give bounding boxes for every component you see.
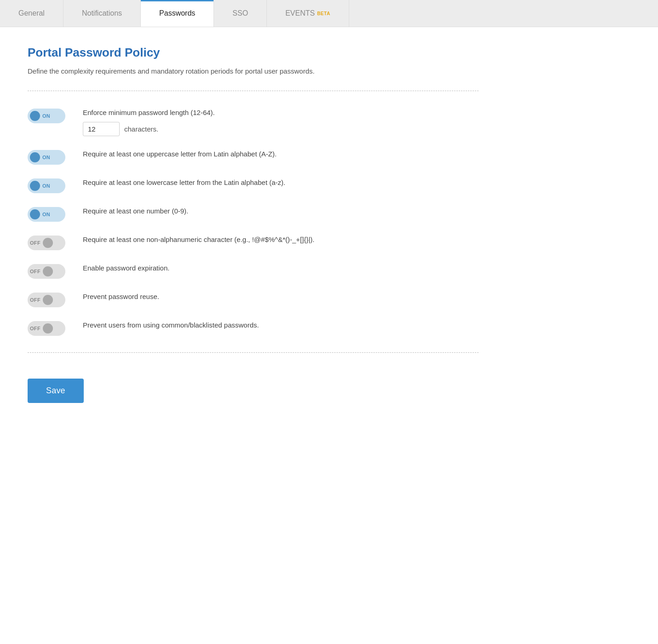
toggle-circle-number: [30, 209, 40, 219]
setting-row-lowercase: ONRequire at least one lowercase letter …: [28, 178, 479, 193]
toggle-label-lowercase: ON: [42, 183, 50, 189]
toggle-col-lowercase: ON: [28, 178, 69, 193]
section-title: Portal Password Policy: [28, 46, 479, 60]
toggle-reuse[interactable]: OFF: [28, 293, 65, 307]
toggle-col-number: ON: [28, 207, 69, 222]
tab-label-passwords: Passwords: [159, 9, 195, 17]
settings-list: ONEnforce minimum password length (12-64…: [28, 108, 479, 336]
tab-passwords[interactable]: Passwords: [141, 0, 214, 27]
setting-label-special-char: Require at least one non-alphanumeric ch…: [83, 235, 479, 244]
toggle-col-reuse: OFF: [28, 293, 69, 307]
toggle-circle-uppercase: [30, 152, 40, 162]
toggle-circle-min-length: [30, 111, 40, 121]
setting-content-expiration: Enable password expiration.: [83, 263, 479, 273]
setting-row-expiration: OFFEnable password expiration.: [28, 263, 479, 279]
setting-row-reuse: OFFPrevent password reuse.: [28, 292, 479, 307]
setting-label-number: Require at least one number (0-9).: [83, 206, 479, 216]
tab-general[interactable]: General: [0, 0, 63, 27]
setting-content-blacklist: Prevent users from using common/blacklis…: [83, 320, 479, 330]
toggle-circle-special-char: [43, 238, 53, 248]
char-input-min-length[interactable]: [83, 122, 120, 136]
setting-content-special-char: Require at least one non-alphanumeric ch…: [83, 235, 479, 244]
toggle-label-number: ON: [42, 212, 50, 217]
toggle-circle-blacklist: [43, 323, 53, 334]
toggle-circle-expiration: [43, 266, 53, 276]
toggle-min-length[interactable]: ON: [28, 109, 65, 123]
char-suffix-min-length: characters.: [124, 125, 158, 133]
setting-label-blacklist: Prevent users from using common/blacklis…: [83, 320, 479, 330]
toggle-label-reuse: OFF: [30, 297, 40, 303]
toggle-expiration[interactable]: OFF: [28, 264, 65, 279]
toggle-uppercase[interactable]: ON: [28, 150, 65, 165]
toggle-label-special-char: OFF: [30, 240, 40, 246]
toggle-col-uppercase: ON: [28, 150, 69, 165]
tab-bar: GeneralNotificationsPasswordsSSOEVENTSBE…: [0, 0, 658, 27]
bottom-divider: [28, 352, 479, 353]
section-description: Define the complexity requirements and m…: [28, 66, 419, 77]
tab-label-general: General: [18, 9, 45, 17]
setting-content-uppercase: Require at least one uppercase letter fr…: [83, 149, 479, 159]
toggle-col-special-char: OFF: [28, 236, 69, 250]
toggle-col-expiration: OFF: [28, 264, 69, 279]
setting-label-reuse: Prevent password reuse.: [83, 292, 479, 301]
beta-badge-events: BETA: [317, 11, 330, 16]
setting-label-uppercase: Require at least one uppercase letter fr…: [83, 149, 479, 159]
save-button[interactable]: Save: [28, 379, 84, 403]
tab-label-events: EVENTS: [285, 9, 315, 17]
top-divider: [28, 91, 479, 91]
toggle-circle-lowercase: [30, 181, 40, 191]
setting-content-number: Require at least one number (0-9).: [83, 206, 479, 216]
toggle-label-uppercase: ON: [42, 155, 50, 160]
toggle-special-char[interactable]: OFF: [28, 236, 65, 250]
setting-content-lowercase: Require at least one lowercase letter fr…: [83, 178, 479, 187]
save-section: Save: [28, 369, 479, 403]
content-area: Portal Password Policy Define the comple…: [0, 27, 506, 431]
tab-events[interactable]: EVENTSBETA: [267, 0, 349, 27]
page-wrapper: GeneralNotificationsPasswordsSSOEVENTSBE…: [0, 0, 658, 644]
setting-content-min-length: Enforce minimum password length (12-64).…: [83, 108, 479, 136]
setting-label-lowercase: Require at least one lowercase letter fr…: [83, 178, 479, 187]
setting-label-min-length: Enforce minimum password length (12-64).: [83, 108, 479, 117]
toggle-col-blacklist: OFF: [28, 321, 69, 336]
toggle-label-min-length: ON: [42, 113, 50, 119]
setting-row-number: ONRequire at least one number (0-9).: [28, 206, 479, 222]
tab-label-notifications: Notifications: [82, 9, 122, 17]
tab-sso[interactable]: SSO: [214, 0, 267, 27]
toggle-col-min-length: ON: [28, 109, 69, 123]
setting-content-reuse: Prevent password reuse.: [83, 292, 479, 301]
toggle-blacklist[interactable]: OFF: [28, 321, 65, 336]
toggle-number[interactable]: ON: [28, 207, 65, 222]
toggle-circle-reuse: [43, 295, 53, 305]
toggle-label-blacklist: OFF: [30, 326, 40, 331]
tab-label-sso: SSO: [232, 9, 248, 17]
setting-row-uppercase: ONRequire at least one uppercase letter …: [28, 149, 479, 165]
toggle-lowercase[interactable]: ON: [28, 178, 65, 193]
tab-notifications[interactable]: Notifications: [63, 0, 141, 27]
setting-sub-min-length: characters.: [83, 122, 479, 136]
setting-row-special-char: OFFRequire at least one non-alphanumeric…: [28, 235, 479, 250]
setting-label-expiration: Enable password expiration.: [83, 263, 479, 273]
setting-row-blacklist: OFFPrevent users from using common/black…: [28, 320, 479, 336]
toggle-label-expiration: OFF: [30, 269, 40, 274]
setting-row-min-length: ONEnforce minimum password length (12-64…: [28, 108, 479, 136]
